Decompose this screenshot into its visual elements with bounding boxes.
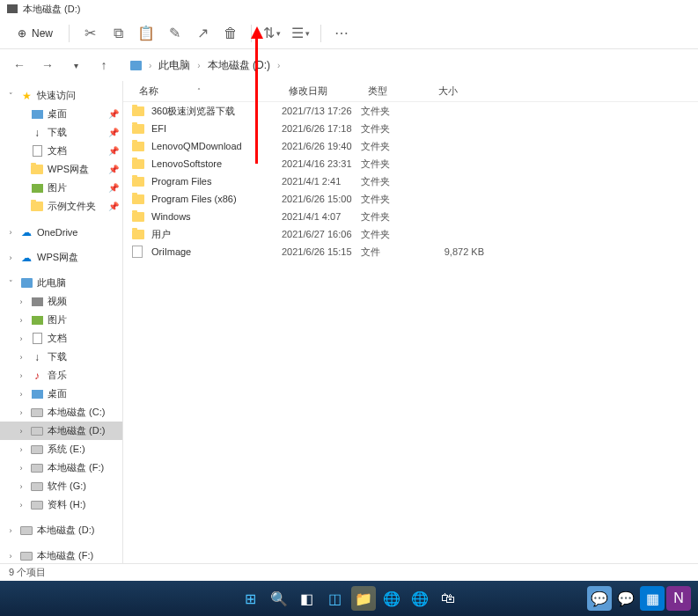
- nav-label: 软件 (G:): [48, 480, 86, 493]
- chevron-down-icon: ▾: [305, 29, 310, 38]
- expand-icon[interactable]: ˅: [5, 92, 16, 100]
- expand-icon[interactable]: ›: [16, 316, 26, 325]
- expand-icon[interactable]: ˅: [5, 279, 16, 288]
- file-row[interactable]: LenovoQMDownload2021/6/26 19:40文件夹: [123, 137, 698, 155]
- nav-item[interactable]: ›文档: [0, 329, 122, 348]
- file-list: 360极速浏览器下载2021/7/13 17:26文件夹EFI2021/6/26…: [123, 102, 698, 598]
- nav-item[interactable]: ↓下载📌: [0, 123, 122, 142]
- expand-icon[interactable]: ›: [16, 482, 26, 491]
- content-area: 名称˄ 修改日期 类型 大小 360极速浏览器下载2021/7/13 17:26…: [123, 81, 698, 598]
- expand-icon[interactable]: ›: [16, 464, 26, 473]
- crumb-pc[interactable]: 此电脑: [158, 58, 190, 73]
- share-button[interactable]: ↗: [189, 21, 216, 46]
- back-button[interactable]: ←: [7, 53, 32, 77]
- nav-label: 本地磁盘 (C:): [48, 406, 105, 419]
- nav-item[interactable]: ›软件 (G:): [0, 477, 122, 495]
- wechat-icon[interactable]: 💬: [614, 586, 638, 611]
- view-icon: ☰: [291, 25, 304, 41]
- cut-button[interactable]: ✂: [77, 21, 103, 46]
- nav-item[interactable]: 桌面📌: [0, 105, 122, 123]
- expand-icon[interactable]: ›: [16, 353, 26, 362]
- nav-item[interactable]: ›本地磁盘 (C:): [0, 403, 122, 422]
- nav-item[interactable]: ›☁OneDrive: [0, 223, 122, 241]
- col-name[interactable]: 名称˄: [132, 84, 282, 98]
- nav-item[interactable]: ›本地磁盘 (F:): [0, 458, 122, 477]
- chevron-down-icon: ▾: [276, 29, 281, 38]
- crumb-disk[interactable]: 本地磁盘 (D:): [208, 58, 270, 73]
- view-button[interactable]: ☰▾: [287, 21, 313, 46]
- folder-icon: [132, 142, 144, 151]
- col-date[interactable]: 修改日期: [282, 84, 361, 98]
- file-row[interactable]: EFI2021/6/26 17:18文件夹: [123, 120, 698, 137]
- col-type[interactable]: 类型: [361, 84, 431, 98]
- onenote-icon[interactable]: N: [666, 586, 691, 611]
- expand-icon[interactable]: ›: [16, 501, 26, 510]
- col-size[interactable]: 大小: [431, 84, 484, 98]
- copy-button[interactable]: ⧉: [105, 21, 131, 46]
- expand-icon[interactable]: ›: [16, 445, 26, 454]
- expand-icon[interactable]: ›: [5, 228, 16, 237]
- nav-item[interactable]: ›视频: [0, 292, 122, 311]
- expand-icon[interactable]: ›: [16, 297, 26, 306]
- nav-item[interactable]: 文档📌: [0, 142, 122, 160]
- expand-icon[interactable]: ›: [5, 253, 16, 262]
- nav-item[interactable]: 图片📌: [0, 179, 122, 197]
- file-row[interactable]: 用户2021/6/27 16:06文件夹: [123, 225, 698, 243]
- paste-button[interactable]: 📋: [133, 21, 159, 46]
- delete-button[interactable]: 🗑: [217, 21, 244, 46]
- taskview-button[interactable]: ◧: [295, 586, 320, 611]
- nav-item[interactable]: WPS网盘📌: [0, 160, 122, 179]
- pin-icon: 📌: [108, 146, 119, 156]
- folder-icon: [132, 230, 144, 239]
- app-icon[interactable]: ▦: [640, 586, 665, 611]
- sort-button[interactable]: ⇅▾: [259, 21, 285, 46]
- breadcrumb[interactable]: › 此电脑 › 本地磁盘 (D:) ›: [130, 58, 280, 73]
- nav-item[interactable]: ›↓下载: [0, 348, 122, 366]
- chrome-button[interactable]: 🌐: [379, 586, 404, 611]
- file-row[interactable]: 360极速浏览器下载2021/7/13 17:26文件夹: [123, 102, 698, 120]
- new-button[interactable]: ⊕ New: [9, 21, 62, 46]
- dropdown-button[interactable]: ▾: [63, 53, 88, 77]
- music-icon: ♪: [34, 370, 40, 382]
- expand-icon[interactable]: ›: [5, 552, 16, 561]
- column-headers: 名称˄ 修改日期 类型 大小: [123, 81, 698, 102]
- more-button[interactable]: ⋯: [328, 21, 355, 46]
- nav-item[interactable]: ›☁WPS网盘: [0, 248, 122, 267]
- file-row[interactable]: Program Files2021/4/1 2:41文件夹: [123, 172, 698, 190]
- nav-item[interactable]: ˅此电脑: [0, 274, 122, 292]
- store-button[interactable]: 🛍: [436, 586, 460, 611]
- file-date: 2021/6/26 17:18: [282, 123, 361, 134]
- nav-item[interactable]: ›本地磁盘 (D:): [0, 521, 122, 539]
- expand-icon[interactable]: ›: [16, 390, 26, 399]
- file-row[interactable]: Program Files (x86)2021/6/26 15:00文件夹: [123, 190, 698, 208]
- nav-item[interactable]: 示例文件夹📌: [0, 197, 122, 216]
- up-button[interactable]: ↑: [92, 53, 116, 77]
- desk-icon: [32, 390, 43, 399]
- nav-item[interactable]: ›本地磁盘 (D:): [0, 422, 122, 440]
- rename-button[interactable]: ✎: [161, 21, 187, 46]
- pc-icon: [130, 61, 142, 70]
- expand-icon[interactable]: ›: [16, 408, 26, 417]
- file-type: 文件夹: [361, 158, 431, 171]
- nav-item[interactable]: ›♪音乐: [0, 366, 122, 385]
- forward-button[interactable]: →: [35, 53, 60, 77]
- widgets-button[interactable]: ◫: [323, 586, 348, 611]
- expand-icon[interactable]: ›: [16, 427, 26, 436]
- nav-item[interactable]: ›图片: [0, 311, 122, 329]
- nav-item[interactable]: ˅★快速访问: [0, 86, 122, 105]
- nav-item[interactable]: ›资料 (H:): [0, 495, 122, 514]
- file-row[interactable]: Windows2021/4/1 4:07文件夹: [123, 208, 698, 225]
- expand-icon[interactable]: ›: [5, 526, 16, 535]
- nav-item[interactable]: ›本地磁盘 (F:): [0, 546, 122, 565]
- file-row[interactable]: OriImage2021/6/26 15:15文件9,872 KB: [123, 243, 698, 260]
- nav-item[interactable]: ›系统 (E:): [0, 440, 122, 458]
- search-button[interactable]: 🔍: [267, 586, 291, 611]
- start-button[interactable]: ⊞: [239, 586, 263, 611]
- expand-icon[interactable]: ›: [16, 371, 26, 380]
- expand-icon[interactable]: ›: [16, 334, 26, 343]
- tray-icon[interactable]: 💬: [587, 586, 612, 611]
- nav-item[interactable]: ›桌面: [0, 385, 122, 403]
- browser-button[interactable]: 🌐: [408, 586, 432, 611]
- file-row[interactable]: LenovoSoftstore2021/4/16 23:31文件夹: [123, 155, 698, 172]
- explorer-button[interactable]: 📁: [351, 586, 376, 611]
